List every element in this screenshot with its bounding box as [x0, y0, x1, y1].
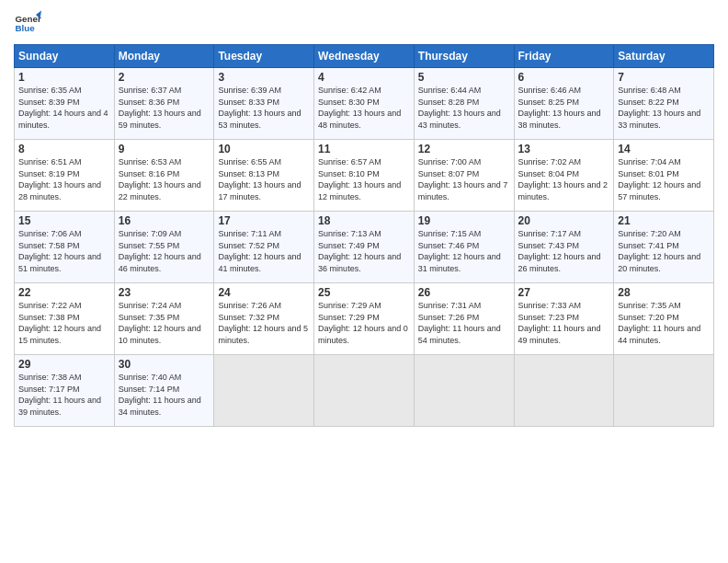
- calendar-cell: 5Sunrise: 6:44 AMSunset: 8:28 PMDaylight…: [414, 68, 514, 140]
- day-number: 6: [518, 71, 610, 84]
- svg-text:Blue: Blue: [16, 23, 36, 33]
- day-number: 25: [318, 286, 410, 299]
- day-info: Sunrise: 6:35 AMSunset: 8:39 PMDaylight:…: [18, 85, 110, 131]
- day-info: Sunrise: 7:02 AMSunset: 8:04 PMDaylight:…: [518, 156, 610, 202]
- day-info: Sunrise: 6:55 AMSunset: 8:13 PMDaylight:…: [218, 156, 310, 202]
- day-info: Sunrise: 7:26 AMSunset: 7:32 PMDaylight:…: [218, 300, 310, 346]
- day-info: Sunrise: 7:20 AMSunset: 7:41 PMDaylight:…: [618, 228, 710, 274]
- calendar-table: SundayMondayTuesdayWednesdayThursdayFrid…: [14, 44, 714, 427]
- column-header-friday: Friday: [514, 45, 614, 68]
- week-row-3: 15Sunrise: 7:06 AMSunset: 7:58 PMDayligh…: [15, 212, 714, 283]
- day-info: Sunrise: 6:46 AMSunset: 8:25 PMDaylight:…: [518, 85, 610, 131]
- day-number: 20: [518, 214, 610, 227]
- calendar-header: SundayMondayTuesdayWednesdayThursdayFrid…: [15, 45, 714, 68]
- day-number: 19: [418, 214, 510, 227]
- day-info: Sunrise: 6:37 AMSunset: 8:36 PMDaylight:…: [119, 85, 210, 131]
- column-header-sunday: Sunday: [15, 45, 115, 68]
- column-header-tuesday: Tuesday: [214, 45, 314, 68]
- day-info: Sunrise: 7:04 AMSunset: 8:01 PMDaylight:…: [618, 156, 710, 202]
- day-info: Sunrise: 7:33 AMSunset: 7:23 PMDaylight:…: [518, 300, 610, 346]
- calendar-cell: 25Sunrise: 7:29 AMSunset: 7:29 PMDayligh…: [314, 283, 415, 355]
- calendar-cell: 30Sunrise: 7:40 AMSunset: 7:14 PMDayligh…: [114, 355, 214, 427]
- day-info: Sunrise: 6:51 AMSunset: 8:19 PMDaylight:…: [18, 156, 110, 202]
- calendar-cell: 6Sunrise: 6:46 AMSunset: 8:25 PMDaylight…: [514, 68, 614, 140]
- day-info: Sunrise: 6:44 AMSunset: 8:28 PMDaylight:…: [418, 85, 510, 131]
- day-number: 12: [418, 143, 510, 155]
- calendar-cell: 17Sunrise: 7:11 AMSunset: 7:52 PMDayligh…: [214, 212, 314, 283]
- day-info: Sunrise: 7:31 AMSunset: 7:26 PMDaylight:…: [418, 300, 510, 346]
- calendar-cell: 21Sunrise: 7:20 AMSunset: 7:41 PMDayligh…: [614, 212, 714, 283]
- calendar-cell: 12Sunrise: 7:00 AMSunset: 8:07 PMDayligh…: [414, 140, 514, 212]
- calendar-cell: 19Sunrise: 7:15 AMSunset: 7:46 PMDayligh…: [414, 212, 514, 283]
- calendar-cell: 26Sunrise: 7:31 AMSunset: 7:26 PMDayligh…: [414, 283, 514, 355]
- day-number: 2: [119, 71, 210, 84]
- day-number: 23: [119, 286, 210, 299]
- logo-icon: General Blue: [14, 9, 41, 37]
- day-info: Sunrise: 6:57 AMSunset: 8:10 PMDaylight:…: [318, 156, 410, 202]
- day-info: Sunrise: 7:13 AMSunset: 7:49 PMDaylight:…: [318, 228, 410, 274]
- calendar-cell: [414, 355, 514, 427]
- day-number: 4: [318, 71, 410, 84]
- day-number: 16: [119, 214, 210, 227]
- day-number: 13: [518, 143, 610, 155]
- calendar-cell: 8Sunrise: 6:51 AMSunset: 8:19 PMDaylight…: [15, 140, 115, 212]
- calendar-cell: 11Sunrise: 6:57 AMSunset: 8:10 PMDayligh…: [314, 140, 415, 212]
- calendar-cell: 14Sunrise: 7:04 AMSunset: 8:01 PMDayligh…: [614, 140, 714, 212]
- day-number: 28: [618, 286, 710, 299]
- week-row-1: 1Sunrise: 6:35 AMSunset: 8:39 PMDaylight…: [15, 68, 714, 140]
- calendar-cell: 16Sunrise: 7:09 AMSunset: 7:55 PMDayligh…: [114, 212, 214, 283]
- calendar-cell: 4Sunrise: 6:42 AMSunset: 8:30 PMDaylight…: [314, 68, 415, 140]
- calendar-cell: 28Sunrise: 7:35 AMSunset: 7:20 PMDayligh…: [614, 283, 714, 355]
- calendar-cell: 13Sunrise: 7:02 AMSunset: 8:04 PMDayligh…: [514, 140, 614, 212]
- day-number: 10: [218, 143, 310, 155]
- calendar-cell: [514, 355, 614, 427]
- day-number: 7: [618, 71, 710, 84]
- day-info: Sunrise: 7:15 AMSunset: 7:46 PMDaylight:…: [418, 228, 510, 274]
- day-number: 26: [418, 286, 510, 299]
- logo: General Blue: [14, 9, 41, 37]
- week-row-5: 29Sunrise: 7:38 AMSunset: 7:17 PMDayligh…: [15, 355, 714, 427]
- day-info: Sunrise: 7:17 AMSunset: 7:43 PMDaylight:…: [518, 228, 610, 274]
- calendar-cell: 9Sunrise: 6:53 AMSunset: 8:16 PMDaylight…: [114, 140, 214, 212]
- week-row-2: 8Sunrise: 6:51 AMSunset: 8:19 PMDaylight…: [15, 140, 714, 212]
- calendar-cell: 23Sunrise: 7:24 AMSunset: 7:35 PMDayligh…: [114, 283, 214, 355]
- calendar-cell: 1Sunrise: 6:35 AMSunset: 8:39 PMDaylight…: [15, 68, 115, 140]
- calendar-cell: [614, 355, 714, 427]
- day-info: Sunrise: 7:35 AMSunset: 7:20 PMDaylight:…: [618, 300, 710, 346]
- calendar-cell: [314, 355, 415, 427]
- calendar-cell: 22Sunrise: 7:22 AMSunset: 7:38 PMDayligh…: [15, 283, 115, 355]
- calendar-cell: 29Sunrise: 7:38 AMSunset: 7:17 PMDayligh…: [15, 355, 115, 427]
- calendar-cell: 27Sunrise: 7:33 AMSunset: 7:23 PMDayligh…: [514, 283, 614, 355]
- day-info: Sunrise: 6:39 AMSunset: 8:33 PMDaylight:…: [218, 85, 310, 131]
- day-number: 18: [318, 214, 410, 227]
- week-row-4: 22Sunrise: 7:22 AMSunset: 7:38 PMDayligh…: [15, 283, 714, 355]
- day-number: 29: [18, 358, 110, 371]
- day-info: Sunrise: 7:40 AMSunset: 7:14 PMDaylight:…: [119, 372, 210, 418]
- calendar-cell: 10Sunrise: 6:55 AMSunset: 8:13 PMDayligh…: [214, 140, 314, 212]
- day-number: 30: [119, 358, 210, 371]
- day-number: 5: [418, 71, 510, 84]
- day-info: Sunrise: 7:11 AMSunset: 7:52 PMDaylight:…: [218, 228, 310, 274]
- column-header-thursday: Thursday: [414, 45, 514, 68]
- day-number: 24: [218, 286, 310, 299]
- day-number: 22: [18, 286, 110, 299]
- day-number: 9: [119, 143, 210, 155]
- day-number: 1: [18, 71, 110, 84]
- day-info: Sunrise: 7:24 AMSunset: 7:35 PMDaylight:…: [119, 300, 210, 346]
- day-number: 15: [18, 214, 110, 227]
- day-info: Sunrise: 6:53 AMSunset: 8:16 PMDaylight:…: [119, 156, 210, 202]
- day-info: Sunrise: 6:42 AMSunset: 8:30 PMDaylight:…: [318, 85, 410, 131]
- day-info: Sunrise: 7:29 AMSunset: 7:29 PMDaylight:…: [318, 300, 410, 346]
- column-header-saturday: Saturday: [614, 45, 714, 68]
- day-info: Sunrise: 6:48 AMSunset: 8:22 PMDaylight:…: [618, 85, 710, 131]
- calendar-cell: 3Sunrise: 6:39 AMSunset: 8:33 PMDaylight…: [214, 68, 314, 140]
- column-header-wednesday: Wednesday: [314, 45, 415, 68]
- calendar-cell: 2Sunrise: 6:37 AMSunset: 8:36 PMDaylight…: [114, 68, 214, 140]
- day-info: Sunrise: 7:38 AMSunset: 7:17 PMDaylight:…: [18, 372, 110, 418]
- day-info: Sunrise: 7:06 AMSunset: 7:58 PMDaylight:…: [18, 228, 110, 274]
- day-number: 21: [618, 214, 710, 227]
- day-info: Sunrise: 7:09 AMSunset: 7:55 PMDaylight:…: [119, 228, 210, 274]
- day-number: 3: [218, 71, 310, 84]
- calendar-cell: 15Sunrise: 7:06 AMSunset: 7:58 PMDayligh…: [15, 212, 115, 283]
- column-header-monday: Monday: [114, 45, 214, 68]
